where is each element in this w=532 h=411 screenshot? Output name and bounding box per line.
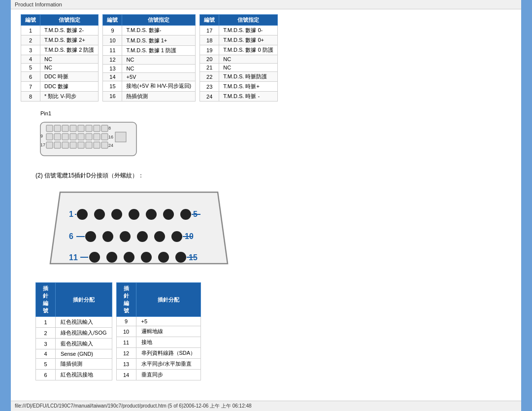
svg-rect-20 [115,132,126,142]
pin-num: 9 [103,26,122,35]
pin-signal: T.M.D.S. 時脈 - [219,92,277,102]
pin-num: 3 [36,339,56,349]
table-row: 13水平同步/水平加垂直 [116,359,201,370]
svg-rect-17 [94,134,100,140]
table-row: 2T.M.D.S. 數據 2+ [21,35,99,45]
pin-signal: DDC 時脈 [40,72,99,82]
pin-signal: T.M.D.S. 數據 0- [219,26,277,35]
pin-signal: * 類比 V-同步 [40,92,99,102]
vga-section: (2) 信號電纜15插針D分接頭（外螺紋）： 1 5 [35,171,511,380]
table-row: 24T.M.D.S. 時脈 - [200,92,277,102]
table-row: 11接地 [116,337,201,348]
svg-rect-5 [78,125,84,132]
svg-point-57 [175,252,186,263]
pin-num: 19 [200,45,219,55]
dvi-t3-header-num: 編號 [200,15,219,26]
vga-t2-header-num: 插針編號 [116,283,136,317]
table-row: 11T.M.D.S. 數據 1 防護 [103,45,196,55]
svg-text:11: 11 [69,253,78,262]
pin-num: 2 [36,328,56,339]
pin-num: 17 [200,26,219,35]
pin-signal: T.M.D.S. 時脈防護 [219,72,277,82]
dvi-connector-section: Pin1 8 9 [35,110,511,162]
pin-num: 12 [103,56,122,64]
table-row: 19T.M.D.S. 數據 0 防護 [200,45,277,55]
pin-num: 1 [21,26,40,35]
pin-signal: 水平同步/水平加垂直 [136,359,201,370]
right-sidebar-bar [521,0,532,411]
pin-signal: +5V [122,72,196,81]
dvi-t1-header-sig: 信號指定 [40,15,99,26]
pin-num: 24 [200,92,219,102]
dvi-tables-wrapper: 編號 信號指定 1T.M.D.S. 數據 2-2T.M.D.S. 數據 2+3T… [21,14,511,102]
pin-num: 4 [21,55,40,64]
table-row: 1T.M.D.S. 數據 2- [21,26,99,35]
pin-signal: NC [219,64,277,72]
vga-connector-diagram: 1 5 6 10 [35,187,242,271]
svg-rect-12 [54,134,61,140]
pin-num: 11 [103,45,122,55]
svg-rect-25 [70,142,76,148]
svg-point-52 [89,252,100,263]
pin-signal: T.M.D.S. 數據 2+ [40,35,99,45]
dvi-table-1: 編號 信號指定 1T.M.D.S. 數據 2-2T.M.D.S. 數據 2+3T… [21,14,99,102]
svg-rect-26 [78,142,84,148]
svg-rect-22 [46,142,53,148]
top-bar: Product Information [11,0,521,9]
svg-point-37 [180,209,191,220]
dvi-t3-header-sig: 信號指定 [219,15,277,26]
pin-signal: NC [40,64,99,72]
table-row: 9T.M.D.S. 數據- [103,26,196,35]
pin-num: 3 [21,45,40,55]
svg-rect-29 [101,142,108,148]
pin-signal: T.M.D.S. 數據 0 防護 [219,45,277,55]
pin-num: 4 [36,349,56,359]
svg-point-36 [163,209,174,220]
pin-signal: 接地(+5V 和 H/V-同步返回) [122,81,196,91]
svg-point-55 [141,252,152,263]
pin-signal: 隨插偵測 [56,359,112,370]
svg-point-54 [124,252,134,263]
svg-point-35 [146,209,157,220]
table-row: 16熱插偵測 [103,91,196,101]
vga-t1-header-sig: 插針分配 [56,283,112,317]
svg-rect-4 [70,125,76,132]
dvi-t2-header-num: 編號 [103,15,122,26]
svg-point-34 [129,209,139,220]
table-row: 15接地(+5V 和 H/V-同步返回) [103,81,196,91]
pin-num: 22 [200,72,219,82]
pin-num: 2 [21,35,40,45]
svg-rect-1 [46,125,53,132]
svg-rect-24 [62,142,68,148]
pin-num: 6 [21,72,40,82]
dvi-connector-diagram: 8 9 16 17 [35,118,144,160]
svg-rect-11 [46,134,53,140]
pin-signal: T.M.D.S. 數據 2 防護 [40,45,99,55]
pin-signal: T.M.D.S. 數據 1 防護 [122,45,196,55]
pin-signal: T.M.D.S. 數據- [122,26,196,35]
table-row: 8* 類比 V-同步 [21,92,99,102]
pin-num: 9 [116,317,136,326]
table-row: 3T.M.D.S. 數據 2 防護 [21,45,99,55]
pin-num: 23 [200,82,219,92]
svg-rect-13 [62,134,68,140]
pin1-label: Pin1 [40,110,511,116]
svg-text:17: 17 [40,142,45,147]
svg-point-32 [94,209,105,220]
svg-rect-15 [78,134,84,140]
svg-text:9: 9 [40,134,43,138]
svg-point-44 [120,231,131,242]
dvi-t2-header-sig: 信號指定 [122,15,196,26]
table-row: 18T.M.D.S. 數據 0+ [200,35,277,45]
pin-num: 7 [21,82,40,92]
vga-table-2: 插針編號 插針分配 9+510邏輯地線11接地12串列資料線路（SDA）13水平… [116,282,201,380]
pin-num: 15 [103,81,122,91]
table-row: 4Sense (GND) [36,349,112,359]
pin-signal: 接地 [136,337,201,348]
svg-point-56 [158,252,169,263]
table-row: 22T.M.D.S. 時脈防護 [200,72,277,82]
vga-table-1: 插針編號 插針分配 1紅色視訊輸入2綠色視訊輸入/SOG3藍色視訊輸入4Sens… [35,282,112,380]
svg-point-42 [85,231,96,242]
bottom-bar: file:///D|/EDFU/LCD/190C7/manual/taiwan/… [11,401,521,411]
pin-signal: 串列資料線路（SDA） [136,348,201,359]
